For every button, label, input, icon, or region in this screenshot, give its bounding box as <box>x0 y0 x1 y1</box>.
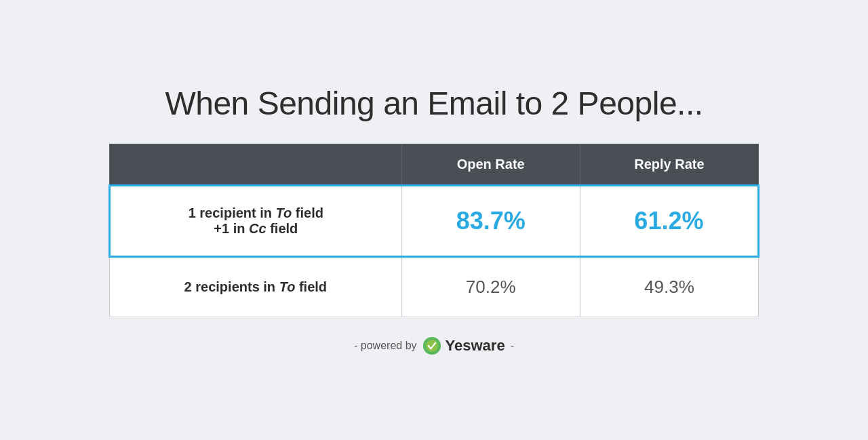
header-col3: Reply Rate <box>580 144 758 186</box>
row1-open-rate: 83.7% <box>401 186 580 257</box>
row2-label: 2 recipients in To field <box>110 257 402 317</box>
row2-open-rate: 70.2% <box>401 257 580 317</box>
row2-to-italic: To <box>279 279 296 294</box>
row1-open-rate-value: 83.7% <box>456 207 526 235</box>
header-col1 <box>110 144 402 186</box>
row1-reply-rate-value: 61.2% <box>634 207 703 235</box>
table-row-highlighted: 1 recipient in To field +1 in Cc field 8… <box>110 186 759 257</box>
row1-label-text: 1 recipient in To field +1 in Cc field <box>189 205 323 236</box>
row1-cc-italic: Cc <box>249 221 267 236</box>
footer-prefix: - powered by <box>354 340 417 352</box>
row2-open-rate-value: 70.2% <box>466 277 516 297</box>
data-table: Open Rate Reply Rate 1 recipient in To f… <box>108 144 760 317</box>
header-col2: Open Rate <box>401 144 580 186</box>
page-title: When Sending an Email to 2 People... <box>165 85 703 122</box>
row1-to-italic: To <box>276 205 292 220</box>
row1-label: 1 recipient in To field +1 in Cc field <box>110 186 402 257</box>
footer-suffix: - <box>511 340 514 352</box>
row2-reply-rate: 49.3% <box>580 257 758 317</box>
table-body: 1 recipient in To field +1 in Cc field 8… <box>110 186 759 317</box>
yesware-logo: Yesware <box>422 336 505 355</box>
table-header: Open Rate Reply Rate <box>110 144 759 186</box>
yesware-icon <box>422 336 441 355</box>
table-row-normal: 2 recipients in To field 70.2% 49.3% <box>110 257 759 317</box>
yesware-brand-name: Yesware <box>446 337 505 355</box>
row2-reply-rate-value: 49.3% <box>644 277 694 297</box>
row2-label-text: 2 recipients in To field <box>184 279 327 294</box>
footer: - powered by Yesware - <box>354 336 514 355</box>
row1-reply-rate: 61.2% <box>580 186 758 257</box>
